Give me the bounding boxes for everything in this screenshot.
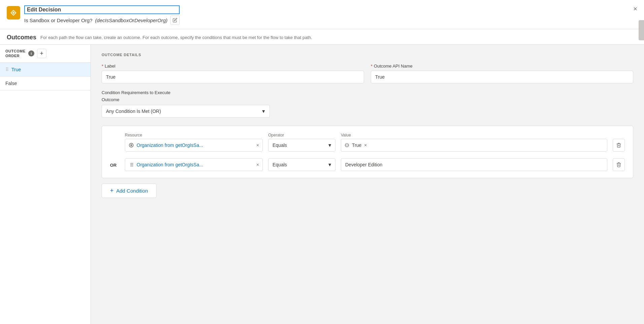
operator-select-2[interactable]: Equals Not Equal To Contains Is Null <box>268 158 335 171</box>
condition-req-label-line1: Condition Requirements to Execute <box>102 90 633 95</box>
delete-condition-1-button[interactable] <box>613 139 625 152</box>
api-name-field-label: * Outcome API Name <box>371 64 633 69</box>
modal-header: Edit Decision Is Sandbox or Developer Or… <box>0 0 644 29</box>
delete-condition-2-button[interactable] <box>613 158 625 171</box>
decision-api-name: (decIsSandboxOrDeveloperOrg) <box>95 17 168 23</box>
svg-point-4 <box>131 145 132 146</box>
condition-req-label-line2: Outcome <box>102 97 633 102</box>
resource-input-1[interactable]: Organization from getOrgIsSa... × <box>125 139 263 152</box>
sidebar-item-label-false: False <box>5 81 17 86</box>
resource-col-label-1: Resource <box>125 133 263 137</box>
outcome-order-label-line2: ORDER <box>5 53 26 58</box>
main-content: OUTCOME ORDER i + ⠿ True False OUTCOME D… <box>0 45 644 324</box>
condition-row-2: OR <box>110 158 625 171</box>
operator-select-wrapper-1: Equals Not Equal To Contains Is Null ▼ <box>268 139 335 152</box>
condition-row-2-operator-group: Equals Not Equal To Contains Is Null ▼ <box>268 158 335 171</box>
header-text: Edit Decision Is Sandbox or Developer Or… <box>24 5 180 25</box>
drag-handle-true: ⠿ <box>5 67 9 72</box>
api-name-form-group: * Outcome API Name <box>371 64 633 83</box>
condition-row-1-value-group: Value True × <box>341 133 607 152</box>
condition-row-1-spacer <box>110 148 119 152</box>
sidebar: OUTCOME ORDER i + ⠿ True False <box>0 45 91 324</box>
detail-panel: OUTCOME DETAILS * Label * Outcome API Na… <box>91 45 644 324</box>
condition-row-2-resource-group: Organization from getOrgIsSa... × <box>125 158 263 171</box>
condition-requirements-group: Condition Requirements to Execute Outcom… <box>102 90 633 118</box>
modal-subtitle: Is Sandbox or Developer Org? (decIsSandb… <box>24 15 180 25</box>
resource-record-icon-1 <box>129 143 134 148</box>
sidebar-item-false[interactable]: False <box>0 77 91 90</box>
value-text-1: True <box>352 143 361 148</box>
label-field-label: * Label <box>102 64 364 69</box>
add-condition-plus-icon: + <box>110 187 114 194</box>
value-col-label-1: Value <box>341 133 607 137</box>
conditions-section: Resource <box>102 126 633 178</box>
resource-list-icon-2 <box>129 162 134 167</box>
condition-requirements-select[interactable]: Any Condition Is Met (OR) All Conditions… <box>102 105 270 118</box>
label-input[interactable] <box>102 71 364 83</box>
label-form-group: * Label <box>102 64 364 83</box>
sidebar-item-label-true: True <box>11 67 21 72</box>
close-button[interactable]: × <box>633 5 637 12</box>
add-condition-label: Add Condition <box>116 188 148 194</box>
resource-text-2: Organization from getOrgIsSa... <box>137 162 254 167</box>
decision-name: Is Sandbox or Developer Org? <box>24 17 93 23</box>
value-input-2[interactable] <box>341 158 607 171</box>
condition-row-1-operator-group: Operator Equals Not Equal To Contains Is… <box>268 133 335 152</box>
condition-row-1-resource-group: Resource <box>125 133 263 152</box>
add-condition-button[interactable]: + Add Condition <box>102 184 156 198</box>
outcomes-description: For each path the flow can take, create … <box>40 35 312 40</box>
operator-select-1[interactable]: Equals Not Equal To Contains Is Null <box>268 139 335 152</box>
edit-name-button[interactable] <box>170 15 180 25</box>
sidebar-item-true[interactable]: ⠿ True <box>0 63 91 77</box>
operator-select-wrapper-2: Equals Not Equal To Contains Is Null ▼ <box>268 158 335 171</box>
add-outcome-button[interactable]: + <box>37 49 46 58</box>
condition-select-wrapper: Any Condition Is Met (OR) All Conditions… <box>102 105 270 118</box>
condition-row-2-value-group <box>341 158 607 171</box>
operator-col-label-1: Operator <box>268 133 335 137</box>
value-input-1[interactable]: True × <box>341 139 607 152</box>
outcomes-bar: Outcomes For each path the flow can take… <box>0 29 644 45</box>
outcome-order-header: OUTCOME ORDER i + <box>0 45 91 63</box>
section-title: OUTCOME DETAILS <box>102 53 633 57</box>
resource-clear-1[interactable]: × <box>256 143 259 148</box>
resource-text-1: Organization from getOrgIsSa... <box>137 143 254 148</box>
label-api-row: * Label * Outcome API Name <box>102 64 633 83</box>
condition-row-1: Resource <box>110 133 625 152</box>
outcome-order-label-line1: OUTCOME <box>5 49 26 53</box>
outcomes-title: Outcomes <box>7 34 36 41</box>
trash-icon-2 <box>616 162 621 167</box>
value-clear-1[interactable]: × <box>364 143 367 148</box>
info-icon[interactable]: i <box>28 50 34 56</box>
or-label-2: OR <box>110 163 119 171</box>
resource-input-2[interactable]: Organization from getOrgIsSa... × <box>125 158 263 171</box>
modal-title: Edit Decision <box>24 5 180 14</box>
value-icon-1 <box>345 143 349 148</box>
decision-icon <box>7 6 20 19</box>
modal-container: Edit Decision Is Sandbox or Developer Or… <box>0 0 644 324</box>
trash-icon-1 <box>616 143 621 148</box>
label-required-star: * <box>102 64 103 69</box>
api-name-required-star: * <box>371 64 372 69</box>
api-name-input[interactable] <box>371 71 633 83</box>
right-panel-tab[interactable] <box>639 20 644 40</box>
resource-clear-2[interactable]: × <box>256 162 259 167</box>
